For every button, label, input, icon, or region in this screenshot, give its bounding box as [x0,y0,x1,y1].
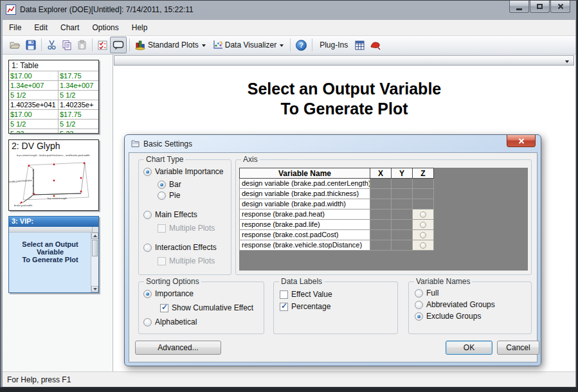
checkbox-multiple-plots-interaction[interactable]: Multiple Plots [158,256,215,265]
radio-icon [143,318,152,326]
vip-horizontal-scrollbar[interactable] [9,227,98,233]
maximize-button[interactable] [530,1,550,13]
dv-glyph-plot: b.p.centerLength , brake.pad.thickness ,… [9,151,98,210]
bar-chart-icon [135,40,146,50]
plugins-button[interactable]: Plug-Ins [315,37,352,53]
open-button[interactable] [6,37,23,53]
vip-panel-title: 3: VIP: [9,217,98,227]
save-button[interactable] [23,37,39,53]
help-icon: ? [296,40,307,51]
cut-button[interactable] [44,37,59,53]
z-axis-radio-cell[interactable] [413,220,434,230]
red-lasso-icon [370,40,381,50]
checklist-icon [98,40,107,50]
radio-alphabetical[interactable]: Alphabetical [143,317,197,326]
ok-button[interactable]: OK [446,341,492,355]
dialog-content: Chart Type Variable Importance Bar Pie M… [129,152,537,362]
z-radio-icon [420,242,426,249]
lasso-button[interactable] [367,37,384,53]
menu-file[interactable]: File [3,20,28,35]
window-title: Data Explorer (DOE)[Untitled]: 7/14/2011… [20,5,194,14]
grid-view-button[interactable] [352,37,367,53]
paste-button[interactable] [75,37,89,53]
dialog-title-bar[interactable]: Basic Settings [125,135,541,152]
menu-chart[interactable]: Chart [54,20,86,35]
title-bar[interactable]: Data Explorer (DOE)[Untitled]: 7/14/2011… [1,1,576,19]
radio-exclude-groups[interactable]: Exclude Groups [415,312,481,321]
radio-icon [415,301,423,309]
advanced-button[interactable]: Advanced... [135,341,221,355]
table-row: $17.00$17.75 [9,109,98,119]
data-visualizer-button[interactable]: Data Visualizer [210,37,287,53]
axis-row[interactable]: response (brake.pad.life) [239,220,528,230]
checkbox-icon [158,257,166,265]
axis-row[interactable]: response (brake.pad.heat) [239,209,528,220]
radio-full[interactable]: Full [415,289,438,298]
radio-main-effects[interactable]: Main Effects [143,210,197,219]
thumbnail-vip-panel[interactable]: 3: VIP: Select an Output Variable To Gen… [8,216,99,293]
svg-text:brake.pad.width: brake.pad.width [14,204,32,207]
axis-row[interactable]: design variable (brake.pad.thickness) [239,189,528,199]
radio-pie[interactable]: Pie [158,191,180,200]
table-row: 5 1/25 1/2 [9,90,98,100]
axis-row[interactable]: design variable (brake.pad.width) [239,199,528,209]
radio-icon [143,290,152,298]
checkbox-icon [158,224,166,233]
z-axis-radio-cell[interactable] [413,230,434,240]
dialog-icon [131,139,140,148]
thumbnail-table-panel[interactable]: 1: Table $17.00$17.75 1.34e+0071.34e+007… [8,60,99,134]
scroll-thumb[interactable] [92,240,98,256]
vip-vertical-scrollbar[interactable] [91,233,98,292]
maximize-icon [537,4,543,9]
copy-icon [62,40,72,50]
menu-options[interactable]: Options [86,20,125,35]
z-radio-icon [420,211,426,218]
checkbox-show-cumulative-effect[interactable]: Show Cumulative Effect [160,303,253,312]
radio-icon [143,168,152,176]
chart-type-label: Chart Type [144,155,185,164]
status-bar: For Help, press F1 [3,371,575,387]
cancel-button[interactable]: Cancel [497,341,539,355]
z-radio-icon [420,232,426,238]
radio-interaction-effects[interactable]: Interaction Effects [143,243,217,252]
plot-selector-dropdown[interactable] [114,55,574,66]
checklist-button[interactable] [95,37,110,53]
axis-row[interactable]: response (brake.cost.padCost) [239,230,528,240]
radio-importance[interactable]: Importance [143,289,194,298]
checkbox-effect-value[interactable]: Effect Value [280,290,332,299]
checkbox-icon [160,304,168,312]
dialog-close-button[interactable] [507,135,536,147]
copy-button[interactable] [59,37,75,53]
radio-abbreviated-groups[interactable]: Abbreviated Groups [415,300,495,309]
z-axis-radio-cell[interactable] [413,209,434,220]
thumbnail-glyph-panel[interactable]: 2: DV Glyph b.p.centerLength , brake.pad… [8,139,99,211]
radio-bar[interactable]: Bar [158,180,181,189]
table-row: 1.40235e+0411.40235e+ [9,100,98,109]
scroll-down-arrow[interactable] [91,286,98,292]
scroll-up-arrow[interactable] [91,233,98,239]
checkbox-percentage[interactable]: Percentage [280,302,330,311]
annotation-button[interactable] [110,37,127,53]
standard-plots-button[interactable]: Standard Plots [132,37,210,53]
variable-names-label: Variable Names [414,277,472,286]
axis-label: Axis [241,155,260,164]
close-button[interactable] [550,1,570,13]
glyph-panel-title: 2: DV Glyph [9,140,98,151]
minimize-button[interactable] [509,1,529,13]
axis-row[interactable]: response (brake.vehicle.stopDistance) [239,240,528,251]
checkbox-multiple-plots-main[interactable]: Multiple Plots [158,224,215,233]
menu-edit[interactable]: Edit [28,20,54,35]
axis-table-background: Variable Name X Y Z design variable (bra… [239,168,528,271]
checkbox-icon [280,303,288,311]
table-panel-title: 1: Table [9,60,98,71]
table-row: 5.235.23 [9,129,98,134]
help-button[interactable]: ? [293,37,309,53]
menu-help[interactable]: Help [125,20,154,35]
axis-row[interactable]: design variable (brake.pad.centerLength) [239,179,528,189]
svg-text:b.p.centerLength: b.p.centerLength [48,197,67,200]
speech-bubble-icon [113,40,124,50]
z-axis-radio-cell[interactable] [413,240,434,251]
radio-variable-importance[interactable]: Variable Importance [143,167,224,176]
radio-icon [415,289,423,298]
minimize-icon [516,8,522,10]
